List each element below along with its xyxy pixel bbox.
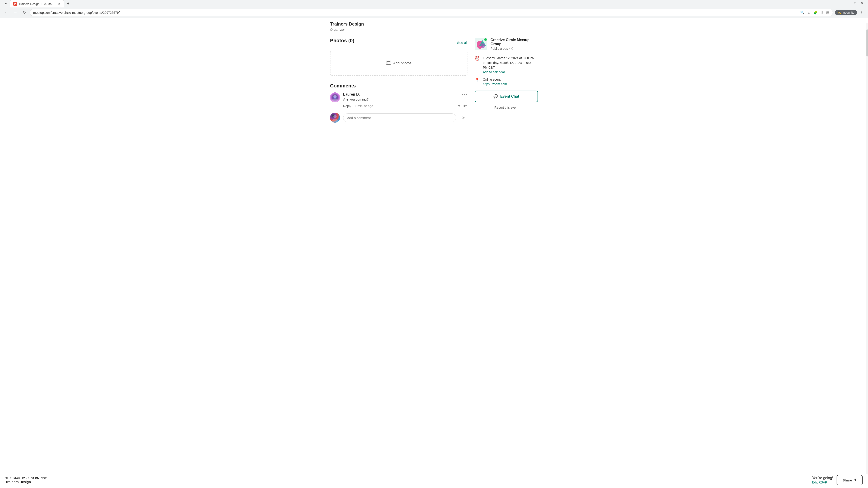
comment-avatar <box>330 92 340 102</box>
chat-bubble-icon: 💬 <box>493 94 498 98</box>
sidebar-icon[interactable]: ▤ <box>826 10 830 15</box>
svg-point-8 <box>481 43 485 48</box>
bookmark-icon[interactable]: ☆ <box>807 10 811 15</box>
event-chat-btn[interactable]: 💬 Event Chat <box>475 91 538 102</box>
maximize-btn[interactable]: □ <box>854 1 857 4</box>
reload-btn[interactable]: ↻ <box>21 9 28 16</box>
date-detail-content: Tuesday, March 12, 2024 at 8:00 PM to Tu… <box>483 56 538 74</box>
avatar-inner <box>330 92 340 102</box>
incognito-badge: 🕵 Incognito <box>835 10 857 15</box>
group-info-icon[interactable]: ? <box>509 47 513 51</box>
tab-favicon: M <box>13 2 17 6</box>
like-btn[interactable]: ♥ Like <box>458 103 467 108</box>
comment-timestamp: 1 minute ago <box>355 104 373 108</box>
clock-icon: ⏰ <box>475 56 480 74</box>
location-type: Online event <box>483 77 507 82</box>
photos-title: Photos (0) <box>330 38 354 43</box>
comments-section: Comments <box>330 83 467 123</box>
comment-text: Are you coming? <box>343 97 467 101</box>
tab-bar: ▾ M Trainers Design, Tue, Mar 12, 2... ✕… <box>0 0 868 7</box>
like-label: Like <box>462 104 467 108</box>
add-photos-box[interactable]: 🖼 Add photos <box>330 51 467 76</box>
comment-input-row: ➤ <box>330 113 467 123</box>
tab-close-btn[interactable]: ✕ <box>57 2 61 6</box>
organizer-label: Organizer <box>330 28 538 31</box>
organizer-section: Trainers Design Organizer <box>330 18 538 33</box>
date-detail-row: ⏰ Tuesday, March 12, 2024 at 8:00 PM to … <box>475 56 538 74</box>
svg-point-4 <box>333 115 337 118</box>
url-display: meetup.com/creative-circle-meetup-group/… <box>33 11 798 14</box>
add-photos-content: 🖼 Add photos <box>340 60 458 66</box>
tab-switcher-btn[interactable]: ▾ <box>3 1 9 7</box>
comment-header: Lauren D. ••• <box>343 92 467 97</box>
svg-point-1 <box>333 95 337 98</box>
event-date: Tuesday, March 12, 2024 at 8:00 PM <box>483 56 538 61</box>
search-icon[interactable]: 🔍 <box>800 10 805 15</box>
comment-item: Lauren D. ••• Are you coming? Reply 1 mi… <box>330 92 467 108</box>
comment-input-wrapper <box>343 113 456 122</box>
current-user-avatar-inner <box>330 113 340 123</box>
current-user-avatar <box>330 113 340 123</box>
left-column: Photos (0) See all 🖼 Add photos Comments <box>330 38 467 123</box>
minimize-btn[interactable]: ─ <box>847 1 850 4</box>
scrollbar-thumb[interactable] <box>866 29 868 57</box>
new-tab-btn[interactable]: + <box>65 1 71 7</box>
browser-chrome: ▾ M Trainers Design, Tue, Mar 12, 2... ✕… <box>0 0 868 18</box>
group-card: Creative Circle Meetup Group Public grou… <box>475 38 538 51</box>
comment-input[interactable] <box>347 116 452 120</box>
event-date-to: to Tuesday, March 12, 2024 at 9:00 PM CS… <box>483 61 538 70</box>
comment-body: Lauren D. ••• Are you coming? Reply 1 mi… <box>343 92 467 108</box>
group-type-label: Public group <box>491 47 508 51</box>
back-btn[interactable]: ← <box>3 9 10 16</box>
tab-title: Trainers Design, Tue, Mar 12, 2... <box>19 2 55 6</box>
comment-meta: Reply 1 minute ago <box>343 104 373 108</box>
group-type: Public group ? <box>491 47 538 51</box>
location-icon: 📍 <box>475 77 480 86</box>
forward-btn[interactable]: → <box>12 9 19 16</box>
report-event-link[interactable]: Report this event <box>475 106 538 109</box>
add-photos-label: Add photos <box>393 61 412 65</box>
event-details: ⏰ Tuesday, March 12, 2024 at 8:00 PM to … <box>475 56 538 86</box>
download-icon[interactable]: ⬇ <box>820 10 824 15</box>
incognito-icon: 🕵 <box>837 11 841 14</box>
menu-btn[interactable]: ⋮ <box>858 9 865 16</box>
comments-title: Comments <box>330 83 467 89</box>
incognito-label: Incognito <box>842 11 855 14</box>
group-info: Creative Circle Meetup Group Public grou… <box>491 38 538 51</box>
event-chat-label: Event Chat <box>500 94 519 98</box>
photo-icon: 🖼 <box>386 60 391 66</box>
heart-icon: ♥ <box>458 103 460 108</box>
scrollbar[interactable] <box>866 23 868 127</box>
close-btn[interactable]: ✕ <box>860 1 864 4</box>
address-bar[interactable]: meetup.com/creative-circle-meetup-group/… <box>30 9 833 16</box>
reply-link[interactable]: Reply <box>343 104 351 108</box>
main-layout: Photos (0) See all 🖼 Add photos Comments <box>330 33 538 127</box>
comment-author: Lauren D. <box>343 92 360 96</box>
browser-tab-active[interactable]: M Trainers Design, Tue, Mar 12, 2... ✕ <box>10 0 64 7</box>
comment-actions: Reply 1 minute ago ♥ Like <box>343 103 467 108</box>
comment-more-btn[interactable]: ••• <box>462 92 467 97</box>
zoom-link[interactable]: https://zoom.com <box>483 82 507 86</box>
send-comment-btn[interactable]: ➤ <box>459 113 467 122</box>
location-detail-row: 📍 Online event https://zoom.com <box>475 77 538 86</box>
location-detail-content: Online event https://zoom.com <box>483 77 507 86</box>
add-to-calendar-link[interactable]: Add to calendar <box>483 70 505 74</box>
right-column: Creative Circle Meetup Group Public grou… <box>475 38 538 123</box>
address-bar-row: ← → ↻ meetup.com/creative-circle-meetup-… <box>0 7 868 18</box>
organizer-name: Trainers Design <box>330 22 538 27</box>
address-icons: 🔍 ☆ 🧩 ⬇ ▤ <box>800 10 830 15</box>
online-dot <box>484 38 487 41</box>
extension-icon[interactable]: 🧩 <box>813 10 818 15</box>
page-content: Trainers Design Organizer Photos (0) See… <box>326 18 542 127</box>
browser-actions: 🕵 Incognito ⋮ <box>835 9 865 16</box>
photos-section-header: Photos (0) See all <box>330 38 467 47</box>
group-name: Creative Circle Meetup Group <box>491 38 538 46</box>
window-controls: ─ □ ✕ <box>847 1 864 4</box>
see-all-link[interactable]: See all <box>457 41 467 44</box>
group-logo <box>475 38 487 51</box>
